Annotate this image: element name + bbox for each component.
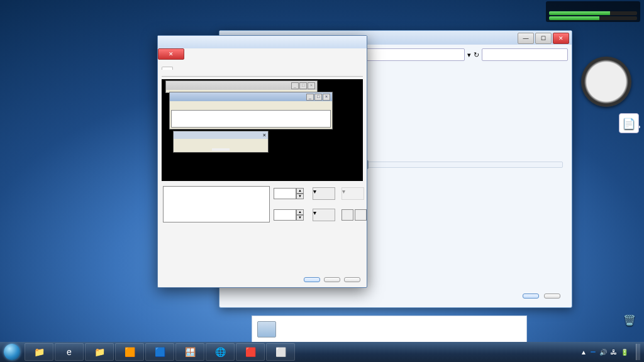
maximize-button[interactable]: ☐	[535, 33, 552, 44]
show-desktop-button[interactable]	[636, 344, 640, 360]
taskbar: 📁 e 📁 🟧 🟦 🪟 🌐 🟥 ⬜ ▲ 🔊 🖧 🔋	[0, 342, 644, 362]
tab-strip	[162, 63, 363, 77]
tray-icon[interactable]: 🔋	[621, 349, 628, 356]
element-size-spinner[interactable]: ▲▼	[274, 188, 309, 199]
bold-italic-group	[341, 209, 367, 221]
taskbar-button[interactable]: 🪟	[175, 343, 204, 361]
bold-button[interactable]	[341, 209, 353, 221]
preview-inactive-titlebar: _□×	[166, 81, 317, 90]
windows-orb-icon	[4, 344, 20, 360]
dialog-cancel-button[interactable]	[324, 277, 340, 282]
tray-icon[interactable]: ▲	[580, 349, 587, 356]
tab-appearance[interactable]	[162, 67, 173, 70]
close-button[interactable]: ✕	[553, 33, 569, 44]
taskbar-button[interactable]: ⬜	[266, 343, 295, 361]
spinner-down-icon[interactable]: ▼	[296, 194, 304, 199]
system-tray: ▲ 🔊 🖧 🔋	[577, 344, 644, 360]
minimize-button[interactable]: —	[518, 33, 534, 44]
cpu-gadget[interactable]	[546, 1, 640, 22]
dialog-ok-button[interactable]	[304, 277, 320, 282]
sidebar-gadgets	[546, 1, 640, 26]
font-size-spinner[interactable]: ▲▼	[274, 209, 309, 221]
appearance-dialog: ✕ _□× _□× ×	[157, 35, 367, 288]
font-listbox[interactable]	[163, 186, 270, 222]
window-buttons: — ☐ ✕	[518, 33, 569, 44]
taskbar-button[interactable]: 📁	[25, 343, 53, 361]
cancel-button[interactable]	[544, 293, 560, 299]
preview-active-titlebar: _□×	[170, 92, 332, 101]
preview-pane: _□× _□× ×	[162, 79, 363, 181]
controls-grid: ▲▼ ▾ ▾ ▲▼ ▾	[163, 184, 362, 222]
dialog-window-buttons: ✕	[158, 48, 367, 60]
taskbar-button[interactable]: 📁	[85, 343, 114, 361]
desktop-icon-recycle-bin[interactable]: 🗑️	[620, 310, 639, 331]
desktop-icon-new-text[interactable]: 📄	[619, 113, 639, 134]
dialog-titlebar[interactable]	[158, 36, 367, 48]
color-swatch-grid	[358, 70, 572, 130]
save-changes-button[interactable]	[523, 293, 539, 299]
refresh-icon[interactable]: ↻	[474, 51, 479, 59]
preview-message-box: ×	[173, 131, 269, 153]
preview-menu	[170, 101, 332, 109]
start-button[interactable]	[0, 342, 24, 362]
taskbar-button[interactable]: 🟧	[115, 343, 144, 361]
dialog-apply-button	[344, 277, 360, 282]
desktop: 📄 🗑️ — ☐ ✕ ▾ ↻	[0, 0, 644, 362]
dialog-close-button[interactable]: ✕	[158, 48, 184, 60]
taskbar-button[interactable]: 🟦	[145, 343, 174, 361]
preview-msg-ok	[212, 148, 230, 151]
tray-icon[interactable]: 🔊	[599, 349, 607, 356]
color1-button[interactable]: ▾	[313, 187, 335, 200]
element-size-input[interactable]	[274, 188, 296, 199]
computer-info-bar	[252, 315, 527, 343]
italic-button[interactable]	[355, 209, 367, 221]
taskbar-button[interactable]: e	[55, 343, 84, 361]
clock-gadget[interactable]	[581, 57, 631, 107]
computer-icon	[257, 321, 276, 337]
dropdown-icon[interactable]: ▾	[467, 51, 471, 59]
font-size-input[interactable]	[274, 209, 296, 221]
tray-icon[interactable]: 🖧	[611, 349, 617, 356]
preview-text-body	[171, 110, 331, 128]
search-input[interactable]	[482, 48, 568, 61]
language-indicator[interactable]	[591, 351, 596, 353]
spinner-up-icon[interactable]: ▲	[296, 188, 304, 194]
taskbar-button[interactable]: 🌐	[206, 343, 235, 361]
color2-button: ▾	[341, 187, 364, 200]
font-color-button[interactable]: ▾	[313, 209, 335, 221]
taskbar-button[interactable]: 🟥	[236, 343, 265, 361]
